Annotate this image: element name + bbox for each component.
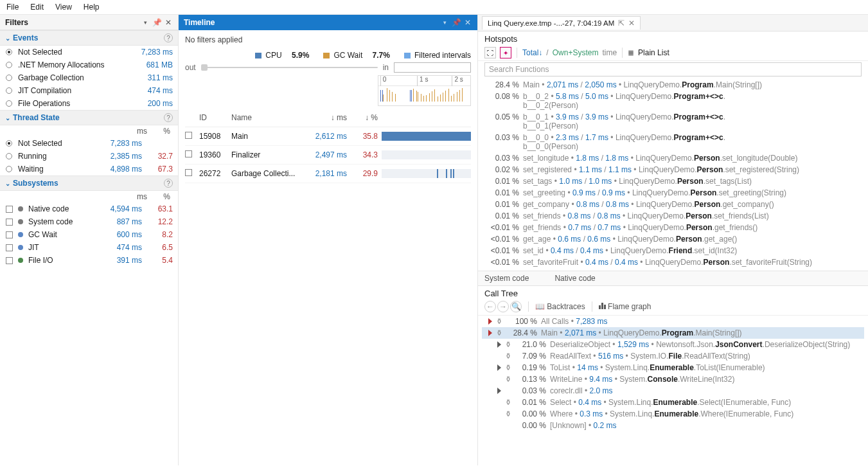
toggle-icon[interactable]: ✦	[500, 47, 511, 58]
calltree-row[interactable]: 0.00 % [Unknown] • 0.2 ms	[482, 420, 864, 431]
help-icon[interactable]: ?	[164, 179, 173, 188]
close-icon[interactable]: ✕	[628, 19, 635, 28]
hotspots-toolbar: ⛶ ✦ Total↓ / Own+System time ≣Plain List	[478, 45, 868, 61]
checkbox-icon[interactable]	[185, 132, 192, 139]
filter-subsystem[interactable]: JIT 474 ms 6.5	[0, 241, 178, 254]
filter-event[interactable]: Not Selected 7,283 ms	[0, 46, 178, 58]
calltree-row[interactable]: ⚱ 0.19 % ToList • 14 ms • System.Linq.En…	[482, 362, 864, 373]
section-thread-state[interactable]: ⌄Thread State ?	[0, 110, 178, 125]
checkbox-icon[interactable]	[185, 150, 192, 157]
filter-event[interactable]: .NET Memory Allocations 681 MB	[0, 58, 178, 71]
checkbox-icon[interactable]	[6, 257, 13, 264]
hotspot-row[interactable]: <0.01 % set_id • 0.4 ms / 0.4 ms • LinqQ…	[484, 245, 862, 256]
menu-view[interactable]: View	[55, 3, 72, 12]
panel-menu-icon[interactable]: ▾	[141, 18, 150, 27]
section-events[interactable]: ⌄Events ?	[0, 30, 178, 46]
nav-fwd-icon[interactable]: →	[497, 301, 509, 312]
calltree-row[interactable]: ⚱ 21.0 % DeserializeObject • 1,529 ms • …	[482, 339, 864, 350]
hotspot-row[interactable]: 0.05 % b__0_1 • 3.9 ms / 3.9 ms • LinqQu…	[484, 111, 862, 132]
filter-ms: 474 ms	[133, 86, 173, 95]
calltree-row[interactable]: ⚱ 7.09 % ReadAllText • 516 ms • System.I…	[482, 350, 864, 362]
expand-icon[interactable]	[488, 330, 492, 336]
hotspot-row[interactable]: 0.01 % set_friends • 0.8 ms / 0.8 ms • L…	[484, 210, 862, 222]
calltree-pct: 0.00 %	[515, 421, 546, 430]
hotspot-text: set_registered • 1.1 ms / 1.1 ms • LinqQ…	[523, 165, 862, 174]
search-input[interactable]: Search Functions	[484, 62, 862, 76]
timeline-row[interactable]: 26272 Garbage Collecti... 2,181 ms 29.9	[185, 165, 471, 183]
hotspot-row[interactable]: <0.01 % get_friends • 0.7 ms / 0.7 ms • …	[484, 222, 862, 233]
color-swatch	[18, 206, 23, 211]
checkbox-icon[interactable]	[6, 231, 13, 238]
close-icon[interactable]: ✕	[164, 18, 173, 27]
hotspot-row[interactable]: 0.08 % b__0_2 • 5.8 ms / 5.0 ms • LinqQu…	[484, 91, 862, 111]
sort-own[interactable]: Own+System	[553, 48, 599, 57]
calltree-row[interactable]: ⚱ 0.13 % WriteLine • 9.4 ms • System.Con…	[482, 373, 864, 385]
timeline-row[interactable]: 15908 Main 2,612 ms 35.8	[185, 127, 471, 146]
help-icon[interactable]: ?	[164, 113, 173, 122]
filter-pct: 67.3	[147, 165, 173, 174]
filter-event[interactable]: JIT Compilation 474 ms	[0, 84, 178, 97]
timeline-row[interactable]: 19360 Finalizer 2,497 ms 34.3	[185, 146, 471, 165]
filter-thread[interactable]: Running 2,385 ms 32.7	[0, 150, 178, 163]
filter-event[interactable]: File Operations 200 ms	[0, 97, 178, 110]
search-icon[interactable]: 🔍	[510, 301, 522, 312]
filter-subsystem[interactable]: System code 887 ms 12.2	[0, 215, 178, 228]
filter-thread[interactable]: Waiting 4,898 ms 67.3	[0, 163, 178, 175]
chevron-down-icon: ⌄	[5, 114, 10, 121]
calltree-row[interactable]: ⚱ 0.01 % Select • 0.4 ms • System.Linq.E…	[482, 397, 864, 408]
expand-icon[interactable]	[497, 388, 501, 394]
close-icon[interactable]: ✕	[463, 18, 472, 27]
expand-icon[interactable]	[497, 341, 501, 348]
nav-back-icon[interactable]: ←	[484, 301, 496, 312]
thread-vis	[382, 148, 471, 161]
filter-subsystem[interactable]: Native code 4,594 ms 63.1	[0, 202, 178, 215]
pin-icon[interactable]: 📌	[152, 18, 161, 27]
hotspot-row[interactable]: 0.02 % set_registered • 1.1 ms / 1.1 ms …	[484, 164, 862, 175]
filter-subsystem[interactable]: File I/O 391 ms 5.4	[0, 254, 178, 267]
section-subsystems[interactable]: ⌄Subsystems ?	[0, 175, 178, 191]
help-icon[interactable]: ?	[164, 33, 173, 42]
menu-file[interactable]: File	[6, 3, 19, 12]
hotspot-row[interactable]: <0.01 % get_age • 0.6 ms / 0.6 ms • Linq…	[484, 233, 862, 245]
menu-help[interactable]: Help	[84, 3, 100, 12]
hotspot-row[interactable]: 0.01 % set_greeting • 0.9 ms / 0.9 ms • …	[484, 187, 862, 199]
filter-label: Not Selected	[18, 139, 97, 148]
radio-icon	[6, 153, 12, 159]
checkbox-icon[interactable]	[6, 206, 13, 213]
sort-total[interactable]: Total↓	[522, 48, 542, 57]
pin-icon[interactable]: ⇱	[618, 19, 624, 28]
filter-pct: 5.4	[147, 256, 173, 265]
filter-event[interactable]: Garbage Collection 311 ms	[0, 71, 178, 84]
filter-thread[interactable]: Not Selected 7,283 ms	[0, 137, 178, 150]
plain-list-button[interactable]: ≣Plain List	[628, 48, 669, 57]
expand-icon[interactable]	[497, 364, 501, 371]
filter-pct: 32.7	[147, 152, 173, 161]
zoom-slider[interactable]	[201, 64, 378, 71]
backtraces-button[interactable]: 📖 Backtraces	[535, 302, 585, 311]
panel-menu-icon[interactable]: ▾	[440, 18, 449, 27]
calltree-row[interactable]: ⚱ 100 % All Calls • 7,283 ms	[482, 316, 864, 327]
hotspot-row[interactable]: <0.01 % set_favoriteFruit • 0.4 ms / 0.4…	[484, 256, 862, 268]
zoom-input[interactable]	[394, 62, 471, 73]
expand-all-icon[interactable]: ⛶	[484, 47, 496, 58]
filter-icon: ⚱	[505, 398, 511, 407]
filter-pct: 12.2	[147, 217, 173, 226]
calltree-row[interactable]: ⚱ 0.00 % Where • 0.3 ms • System.Linq.En…	[482, 408, 864, 420]
hotspot-row[interactable]: 28.4 % Main • 2,071 ms / 2,050 ms • Linq…	[484, 79, 862, 91]
checkbox-icon[interactable]	[185, 169, 192, 176]
calltree-row[interactable]: ⚱ 28.4 % Main • 2,071 ms • LinqQueryDemo…	[482, 327, 864, 339]
checkbox-icon[interactable]	[6, 244, 13, 251]
hotspot-row[interactable]: 0.01 % set_tags • 1.0 ms / 1.0 ms • Linq…	[484, 175, 862, 187]
pin-icon[interactable]: 📌	[452, 18, 461, 27]
hotspot-row[interactable]: 0.03 % set_longitude • 1.8 ms / 1.8 ms •…	[484, 152, 862, 164]
expand-icon[interactable]	[488, 318, 492, 325]
menu-edit[interactable]: Edit	[30, 3, 44, 12]
tab-snapshot[interactable]: Linq Query.exe.tmp -...-27, 7:04:19 AM ⇱…	[482, 16, 641, 30]
calltree-row[interactable]: 0.03 % coreclr.dll • 2.0 ms	[482, 385, 864, 397]
checkbox-icon[interactable]	[6, 219, 13, 226]
flame-graph-button[interactable]: Flame graph	[599, 302, 651, 311]
hotspot-row[interactable]: 0.01 % get_company • 0.8 ms / 0.8 ms • L…	[484, 199, 862, 210]
hotspot-row[interactable]: 0.03 % b__0_0 • 2.3 ms / 1.7 ms • LinqQu…	[484, 132, 862, 152]
filter-subsystem[interactable]: GC Wait 600 ms 8.2	[0, 228, 178, 241]
timeline-overview[interactable]: 0 1 s 2 s	[378, 75, 471, 106]
